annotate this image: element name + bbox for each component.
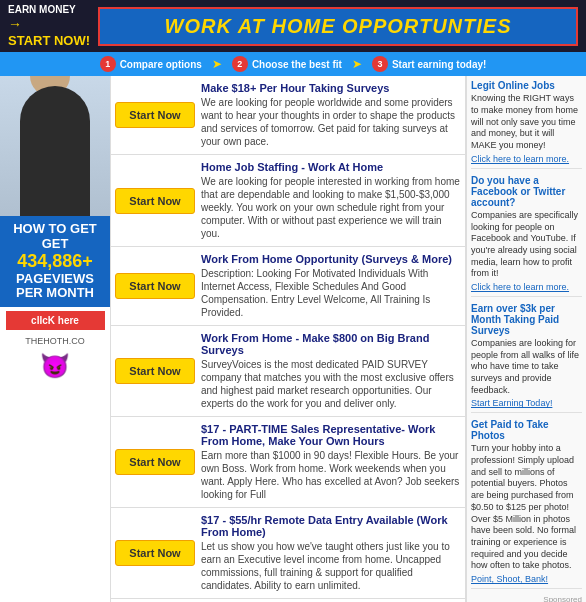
rs-text-paid-photos: Turn your hobby into a profession! Simpl…	[471, 443, 582, 572]
listing-item-2: Start NowHome Job Staffing - Work At Hom…	[111, 155, 465, 247]
devil-icon: 😈	[36, 348, 74, 384]
arrow-icon: →	[8, 16, 90, 33]
start-now-button-2[interactable]: Start Now	[115, 188, 195, 214]
listing-content-3: Work From Home Opportunity (Surveys & Mo…	[201, 253, 461, 319]
start-now-button-6[interactable]: Start Now	[115, 540, 195, 566]
listing-content-6: $17 - $55/hr Remote Data Entry Available…	[201, 514, 461, 592]
steps-bar: 1 Compare options ➤ 2 Choose the best fi…	[0, 52, 586, 76]
right-sidebar: Legit Online JobsKnowing the RIGHT ways …	[466, 76, 586, 602]
how-to-text: HOW TO GET	[4, 222, 106, 236]
step-1: 1 Compare options	[100, 56, 202, 72]
listing-title-3: Work From Home Opportunity (Surveys & Mo…	[201, 253, 461, 265]
listing-desc-4: SurveyVoices is the most dedicated PAID …	[201, 358, 461, 410]
rs-link-legit-online-jobs[interactable]: Click here to learn more.	[471, 154, 582, 164]
step3-num: 3	[372, 56, 388, 72]
listing-content-4: Work From Home - Make $800 on Big Brand …	[201, 332, 461, 410]
woman-silhouette	[20, 86, 90, 216]
listing-item-4: Start NowWork From Home - Make $800 on B…	[111, 326, 465, 417]
start-now-button-4[interactable]: Start Now	[115, 358, 195, 384]
rs-title-facebook-twitter: Do you have a Facebook or Twitter accoun…	[471, 175, 582, 208]
left-ad-box: HOW TO GET GET 434,886+ PAGEVIEWS PER MO…	[0, 216, 110, 306]
start-now-button-5[interactable]: Start Now	[115, 449, 195, 475]
how-to-get: GET	[4, 237, 106, 251]
per-month-label: PER MONTH	[4, 286, 106, 300]
listing-title-6: $17 - $55/hr Remote Data Entry Available…	[201, 514, 461, 538]
listing-title-4: Work From Home - Make $800 on Big Brand …	[201, 332, 461, 356]
listing-content-5: $17 - PART-TIME Sales Representative- Wo…	[201, 423, 461, 501]
listing-item-5: Start Now$17 - PART-TIME Sales Represent…	[111, 417, 465, 508]
rs-link-earn-35k[interactable]: Start Earning Today!	[471, 398, 582, 408]
thehoth-label: THEHOTH.CO	[23, 334, 87, 348]
listing-title-1: Make $18+ Per Hour Taking Surveys	[201, 82, 461, 94]
listing-item-3: Start NowWork From Home Opportunity (Sur…	[111, 247, 465, 326]
rs-title-paid-photos: Get Paid to Take Photos	[471, 419, 582, 441]
rs-text-earn-35k: Companies are looking for people from al…	[471, 338, 582, 396]
step1-num: 1	[100, 56, 116, 72]
pageviews-label: PAGEVIEWS	[4, 272, 106, 286]
listing-item-1: Start NowMake $18+ Per Hour Taking Surve…	[111, 76, 465, 155]
rs-section-facebook-twitter: Do you have a Facebook or Twitter accoun…	[471, 175, 582, 297]
listing-content-1: Make $18+ Per Hour Taking SurveysWe are …	[201, 82, 461, 148]
rs-section-earn-35k: Earn over $3k per Month Taking Paid Surv…	[471, 303, 582, 413]
start-now-button-1[interactable]: Start Now	[115, 102, 195, 128]
click-here-button[interactable]: clIcK here	[6, 311, 105, 330]
step2-label: Choose the best fit	[252, 59, 342, 70]
main-title-banner: WORK AT HOME OPPORTUNTIES	[98, 7, 578, 46]
step3-label: Start earning today!	[392, 59, 486, 70]
content-area: HOW TO GET GET 434,886+ PAGEVIEWS PER MO…	[0, 76, 586, 602]
rs-section-legit-online-jobs: Legit Online JobsKnowing the RIGHT ways …	[471, 80, 582, 168]
rs-link-paid-photos[interactable]: Point, Shoot, Bank!	[471, 574, 582, 584]
listing-desc-5: Earn more than $1000 in 90 days! Flexibl…	[201, 449, 461, 501]
rs-text-legit-online-jobs: Knowing the RIGHT ways to make money fro…	[471, 93, 582, 151]
rs-title-legit-online-jobs: Legit Online Jobs	[471, 80, 582, 91]
main-title: WORK AT HOME OPPORTUNTIES	[104, 15, 572, 38]
earn-label: EARN MONEY	[8, 4, 90, 16]
rs-title-earn-35k: Earn over $3k per Month Taking Paid Surv…	[471, 303, 582, 336]
page-wrapper: EARN MONEY → START NOW! WORK AT HOME OPP…	[0, 0, 586, 602]
listing-content-2: Home Job Staffing - Work At HomeWe are l…	[201, 161, 461, 240]
listing-desc-3: Description: Looking For Motivated Indiv…	[201, 267, 461, 319]
header: EARN MONEY → START NOW! WORK AT HOME OPP…	[0, 0, 586, 52]
rs-section-paid-photos: Get Paid to Take PhotosTurn your hobby i…	[471, 419, 582, 589]
rs-text-facebook-twitter: Companies are specifically looking for p…	[471, 210, 582, 280]
rs-link-facebook-twitter[interactable]: Click here to learn more.	[471, 282, 582, 292]
listings-area: Start NowMake $18+ Per Hour Taking Surve…	[110, 76, 466, 602]
listing-desc-1: We are looking for people worldwide and …	[201, 96, 461, 148]
listing-desc-2: We are looking for people interested in …	[201, 175, 461, 240]
step1-label: Compare options	[120, 59, 202, 70]
step2-num: 2	[232, 56, 248, 72]
start-label: START NOW!	[8, 33, 90, 49]
step-arrow-1: ➤	[212, 57, 222, 71]
step-3: 3 Start earning today!	[372, 56, 486, 72]
listing-desc-6: Let us show you how we've taught others …	[201, 540, 461, 592]
sponsored-label: Sponsored	[471, 595, 582, 602]
woman-image	[0, 76, 110, 216]
start-now-button-3[interactable]: Start Now	[115, 273, 195, 299]
listing-title-2: Home Job Staffing - Work At Home	[201, 161, 461, 173]
step-2: 2 Choose the best fit	[232, 56, 342, 72]
listing-item-6: Start Now$17 - $55/hr Remote Data Entry …	[111, 508, 465, 599]
earn-money-logo: EARN MONEY → START NOW!	[8, 4, 90, 48]
left-sidebar: HOW TO GET GET 434,886+ PAGEVIEWS PER MO…	[0, 76, 110, 602]
pageviews-count: 434,886+	[4, 251, 106, 272]
listing-title-5: $17 - PART-TIME Sales Representative- Wo…	[201, 423, 461, 447]
step-arrow-2: ➤	[352, 57, 362, 71]
